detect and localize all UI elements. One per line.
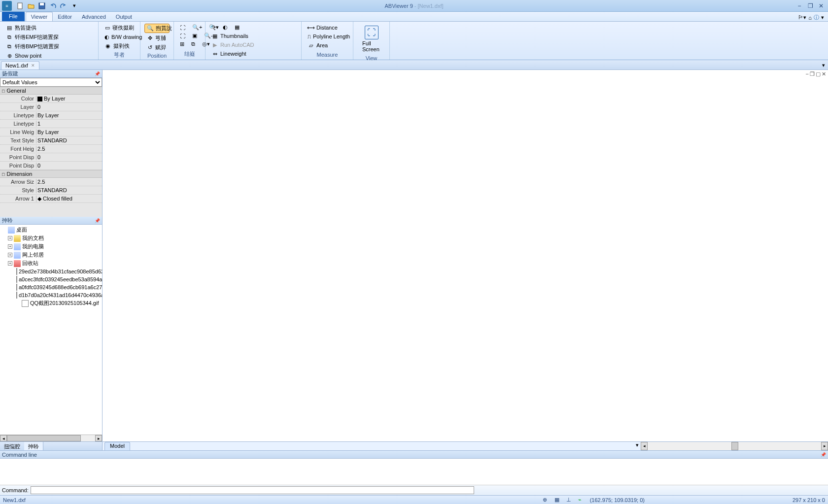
command-history[interactable] bbox=[0, 459, 828, 485]
tree-node[interactable]: +回收站 bbox=[1, 259, 101, 268]
property-row[interactable]: ColorBy Layer bbox=[0, 95, 102, 103]
app-icon[interactable]: ≡ bbox=[2, 1, 12, 11]
open-icon[interactable] bbox=[27, 1, 35, 10]
property-group[interactable]: General bbox=[0, 87, 102, 95]
minimize-button[interactable]: − bbox=[794, 2, 804, 9]
cmd-pos-1[interactable]: 🔍煦貰說 bbox=[144, 24, 170, 33]
cmd-zoom-fit[interactable]: ⛶ bbox=[178, 24, 187, 31]
language-icon[interactable]: 🏳▾ bbox=[798, 14, 806, 21]
tree-node[interactable]: QQ截图20130925105344.gif bbox=[1, 299, 101, 307]
pin-icon[interactable]: 📌 bbox=[95, 71, 100, 76]
tree-node[interactable]: +我的文档 bbox=[1, 234, 101, 242]
pin-icon[interactable]: 📌 bbox=[821, 452, 826, 457]
property-row[interactable]: Arrow Siz2.5 bbox=[0, 178, 102, 186]
scroll-thumb[interactable] bbox=[7, 435, 81, 441]
cmd-lineweight[interactable]: ⇔Lineweight bbox=[209, 50, 297, 58]
scroll-left-icon[interactable]: ◂ bbox=[0, 435, 7, 441]
doc-minimize-icon[interactable]: − bbox=[806, 71, 809, 77]
cmd-thumbnails[interactable]: ▦Thumbnails bbox=[209, 32, 297, 40]
model-tab[interactable]: Model bbox=[104, 442, 130, 450]
cmd-polyline-length[interactable]: ⎍Polyline Length bbox=[306, 33, 349, 40]
cmd-bmp[interactable]: ⧉钎绺BMP恺璐置探 bbox=[4, 42, 94, 51]
cmd-g2-3[interactable]: ◉掇剥佚 bbox=[103, 42, 136, 50]
file-tree[interactable]: 桌面+我的文档+我的电脑+网上邻居+回收站29ed2e738bd4b31cfae… bbox=[0, 225, 102, 435]
scroll-left-icon[interactable]: ◂ bbox=[641, 442, 648, 450]
cmd-zwin[interactable]: ▣ bbox=[190, 32, 199, 39]
property-row[interactable]: LinetypeBy Layer bbox=[0, 111, 102, 120]
new-icon[interactable] bbox=[16, 1, 25, 10]
left-tab-0[interactable]: 扭悩腔 bbox=[0, 442, 24, 450]
cmd-zext[interactable]: ⛶ bbox=[178, 32, 187, 39]
qat-dropdown-icon[interactable]: ▾ bbox=[70, 1, 79, 10]
cmd-r1[interactable]: ↷ bbox=[209, 24, 218, 31]
tab-output[interactable]: Output bbox=[111, 12, 137, 21]
undo-icon[interactable] bbox=[48, 1, 57, 10]
cmd-r3[interactable]: ▦ bbox=[233, 24, 242, 31]
cmd-emf[interactable]: ⧉钎绺EMF恺璐置探 bbox=[4, 33, 94, 41]
tree-node[interactable]: 桌面 bbox=[1, 226, 101, 234]
pin-icon[interactable]: 📌 bbox=[95, 218, 100, 223]
cmd-r2[interactable]: ◐ bbox=[221, 24, 230, 31]
cmd-zoom-in[interactable]: 🔍+ bbox=[190, 24, 204, 31]
tab-viewer[interactable]: Viewer bbox=[26, 12, 53, 21]
tab-editor[interactable]: Editor bbox=[53, 12, 77, 21]
left-tab-1[interactable]: 抻聆 bbox=[24, 442, 43, 450]
property-row[interactable]: Line WeigBy Layer bbox=[0, 128, 102, 136]
file-tab[interactable]: File bbox=[2, 11, 25, 21]
grid-icon[interactable]: ▦ bbox=[554, 497, 561, 504]
tree-node[interactable]: a0fdfc039245d688ed6cb691a6c27d1ed21 bbox=[1, 283, 101, 291]
layout-dropdown-icon[interactable]: ▾ bbox=[634, 442, 641, 450]
scroll-right-icon[interactable]: ▸ bbox=[95, 435, 102, 441]
tree-node[interactable]: d1b7d0a20cf431ad16d4470c4936acaf2ec bbox=[1, 291, 101, 299]
scroll-right-icon[interactable]: ▸ bbox=[821, 442, 828, 450]
command-input[interactable] bbox=[31, 486, 474, 494]
doc-close-icon[interactable]: ✕ bbox=[822, 71, 826, 77]
property-row[interactable]: Point Disp0 bbox=[0, 162, 102, 170]
maximize-button[interactable]: ❐ bbox=[805, 2, 815, 9]
snap-icon[interactable]: ⊕ bbox=[543, 497, 550, 504]
property-row[interactable]: Layer0 bbox=[0, 103, 102, 111]
ortho-icon[interactable]: ⊥ bbox=[566, 497, 573, 504]
cmd-run-autocad[interactable]: ▶Run AutoCAD bbox=[209, 41, 297, 49]
cmd-tools-1[interactable]: ▤熟笛捷供 bbox=[4, 24, 94, 32]
save-icon[interactable] bbox=[37, 1, 46, 10]
cmd-pos-3[interactable]: ↺赋羿 bbox=[144, 43, 170, 52]
property-row[interactable]: Arrow 1◆ Closed filled bbox=[0, 195, 102, 203]
tree-node[interactable]: +网上邻居 bbox=[1, 251, 101, 259]
property-row[interactable]: Point Disp0 bbox=[0, 153, 102, 162]
property-row[interactable]: Font Heig2.5 bbox=[0, 145, 102, 153]
home-icon[interactable]: ⌂ bbox=[808, 15, 812, 21]
help-dropdown-icon[interactable]: ▾ bbox=[821, 14, 824, 21]
property-row[interactable]: StyleSTANDARD bbox=[0, 186, 102, 195]
doc-tab-new1[interactable]: New1.dxf✕ bbox=[1, 61, 39, 69]
cmd-z2[interactable]: ⧉ bbox=[189, 40, 197, 48]
canvas-h-scrollbar[interactable]: ◂ ▸ bbox=[641, 442, 828, 450]
close-button[interactable]: ✕ bbox=[816, 2, 826, 9]
tab-advanced[interactable]: Advanced bbox=[77, 12, 111, 21]
tree-node[interactable]: +我的电脑 bbox=[1, 242, 101, 251]
scroll-thumb[interactable] bbox=[731, 442, 738, 450]
cmd-g2-1[interactable]: ▭寝佚掇刷 bbox=[103, 24, 136, 32]
property-row[interactable]: Linetype1 bbox=[0, 120, 102, 128]
doc-maximize-icon[interactable]: ▢ bbox=[816, 71, 821, 77]
cmd-pos-2[interactable]: ✥芎脯 bbox=[144, 34, 170, 42]
help-icon[interactable]: ⓘ bbox=[814, 14, 819, 21]
cmd-distance[interactable]: ⟷Distance bbox=[306, 24, 349, 32]
cmd-z1[interactable]: ⊞ bbox=[178, 40, 186, 48]
cmd-full-screen[interactable]: ⛶ Full Screen bbox=[357, 24, 385, 54]
doc-restore-icon[interactable]: ❐ bbox=[810, 71, 815, 77]
polar-icon[interactable]: ⌁ bbox=[578, 497, 585, 504]
tree-node[interactable]: a0cec3fdfc039245eedbe53a8594a4c27d1 bbox=[1, 275, 101, 283]
property-grid[interactable]: GeneralColorBy LayerLayer0LinetypeBy Lay… bbox=[0, 87, 102, 217]
tree-node[interactable]: 29ed2e738bd4b31cfaec908e85d6277f9e2 bbox=[1, 268, 101, 275]
cmd-show-point[interactable]: ⊕Show point bbox=[4, 52, 94, 60]
property-selector[interactable]: Default Values bbox=[0, 78, 102, 87]
drawing-canvas[interactable]: − ❐ ▢ ✕ bbox=[103, 70, 828, 441]
close-tab-icon[interactable]: ✕ bbox=[31, 63, 35, 68]
redo-icon[interactable] bbox=[59, 1, 68, 10]
doc-tabs-dropdown-icon[interactable]: ▾ bbox=[819, 61, 828, 69]
cmd-bw-drawing[interactable]: ◐B/W drawing bbox=[103, 33, 136, 41]
cmd-area[interactable]: ▱Area bbox=[306, 41, 349, 49]
h-scrollbar[interactable]: ◂ ▸ bbox=[0, 435, 102, 441]
property-group[interactable]: Dimension bbox=[0, 170, 102, 178]
